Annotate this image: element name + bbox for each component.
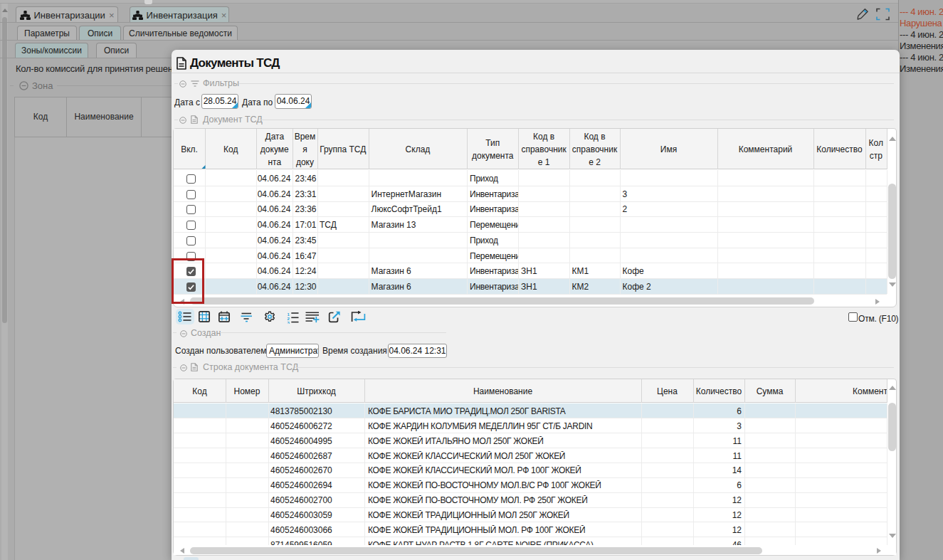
svg-text:3: 3 <box>288 320 290 324</box>
